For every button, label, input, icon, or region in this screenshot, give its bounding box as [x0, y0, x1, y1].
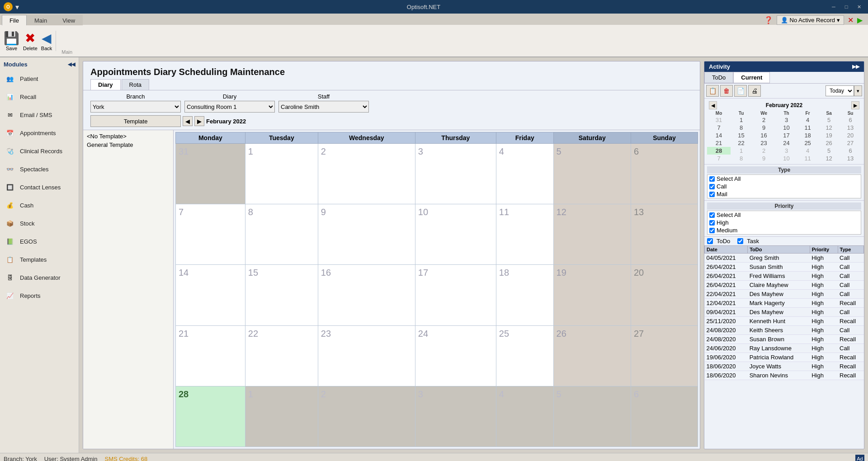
type-mail-checkbox[interactable]	[709, 192, 715, 197]
activity-print-btn[interactable]: 🖨	[748, 85, 761, 97]
sidebar-item-patient[interactable]: 👥 Patient	[0, 70, 79, 88]
no-active-record-button[interactable]: 👤 No Active Record ▾	[777, 15, 844, 25]
mini-cell[interactable]: 11	[797, 155, 818, 162]
cal-cell-w4d2[interactable]: 22	[245, 325, 318, 386]
cal-cell-w5d4[interactable]: 3	[415, 386, 496, 447]
sidebar-item-data-generator[interactable]: 🗄 Data Generator	[0, 268, 79, 287]
mini-cell[interactable]: 3	[776, 116, 797, 124]
cal-cell-w2d7[interactable]: 13	[631, 204, 698, 265]
mini-cell[interactable]: 9	[752, 155, 776, 162]
cal-cell-w4d7[interactable]: 27	[631, 325, 698, 386]
diary-dropdown[interactable]: Consulting Room 1	[184, 101, 275, 113]
mini-cell[interactable]: 6	[840, 116, 861, 124]
branch-dropdown[interactable]: York	[90, 101, 181, 113]
maximize-button[interactable]: □	[841, 3, 852, 11]
cal-cell-w2d5[interactable]: 11	[496, 204, 553, 265]
type-filter-call[interactable]: Call	[708, 183, 861, 190]
ribbon-tab-view[interactable]: View	[55, 15, 83, 25]
next-month-button[interactable]: ▶	[194, 116, 204, 126]
mini-cell[interactable]: 11	[797, 124, 818, 132]
mini-cell[interactable]: 20	[840, 132, 861, 139]
priority-medium-checkbox[interactable]	[709, 228, 715, 233]
mini-cell[interactable]: 7	[707, 155, 731, 162]
cal-cell-w5d5[interactable]: 4	[496, 386, 553, 447]
mini-cell[interactable]: 23	[752, 139, 776, 147]
type-select-all-checkbox[interactable]	[709, 176, 715, 182]
mini-cell[interactable]: 22	[731, 139, 752, 147]
cal-cell-w3d6[interactable]: 19	[553, 265, 631, 325]
cal-cell-w5d3[interactable]: 2	[318, 386, 415, 447]
table-row[interactable]: 26/04/2021Fred WilliamsHighCall	[705, 272, 864, 281]
sidebar-item-cash[interactable]: 💰 Cash	[0, 196, 79, 214]
mini-cell[interactable]: 19	[818, 132, 840, 139]
mini-cell[interactable]: 5	[818, 147, 840, 155]
mini-cell[interactable]: 18	[797, 132, 818, 139]
activity-clipboard-btn[interactable]: 📋	[706, 85, 719, 97]
cal-cell-w5d1-today[interactable]: 28	[176, 386, 245, 447]
cal-cell-w4d1[interactable]: 21	[176, 325, 245, 386]
cal-cell-w2d2[interactable]: 8	[245, 204, 318, 265]
today-dropdown[interactable]: Today	[826, 85, 854, 96]
mini-cell[interactable]: 26	[818, 139, 840, 147]
cal-cell-w2d1[interactable]: 7	[176, 204, 245, 265]
mini-cell[interactable]: 14	[707, 132, 731, 139]
table-row[interactable]: 04/05/2021Greg SmithHighCall	[705, 254, 864, 263]
cal-cell-w3d7[interactable]: 20	[631, 265, 698, 325]
mini-cell[interactable]: 10	[776, 124, 797, 132]
sidebar-item-clinical-records[interactable]: 🩺 Clinical Records	[0, 142, 79, 160]
type-filter-select-all[interactable]: Select All	[708, 175, 861, 183]
mini-cell[interactable]: 4	[797, 147, 818, 155]
sidebar-item-spectacles[interactable]: 👓 Spectacles	[0, 160, 79, 178]
cal-cell-w2d6[interactable]: 12	[553, 204, 631, 265]
table-row[interactable]: 24/08/2020Keith SheersHighCall	[705, 326, 864, 335]
sidebar-item-egos[interactable]: 📗 EGOS	[0, 232, 79, 250]
template-item-general[interactable]: General Template	[85, 141, 171, 149]
cal-cell-w5d7[interactable]: 6	[631, 386, 698, 447]
priority-filter-select-all[interactable]: Select All	[708, 211, 861, 219]
activity-tab-todo[interactable]: ToDo	[704, 72, 733, 83]
mini-cell[interactable]: 12	[818, 155, 840, 162]
mini-cell[interactable]: 16	[752, 132, 776, 139]
table-row[interactable]: 24/08/2020Susan BrownHighRecall	[705, 335, 864, 344]
sidebar-item-recall[interactable]: 📊 Recall	[0, 88, 79, 106]
cal-cell-w3d3[interactable]: 16	[318, 265, 415, 325]
ribbon-back-btn[interactable]: ◀ Back	[41, 31, 52, 51]
table-row[interactable]: 18/06/2020Sharon NevinsHighRecall	[705, 371, 864, 380]
mini-cell[interactable]: 2	[752, 147, 776, 155]
mini-cell-today[interactable]: 28	[707, 147, 731, 155]
sidebar-collapse-btn[interactable]: ◀◀	[68, 61, 75, 67]
sidebar-item-appointments[interactable]: 📅 Appointments	[0, 124, 79, 142]
cal-cell-w4d6[interactable]: 26	[553, 325, 631, 386]
type-filter-mail[interactable]: Mail	[708, 190, 861, 198]
activity-expand-btn[interactable]: ▶▶	[852, 64, 859, 70]
priority-filter-high[interactable]: High	[708, 219, 861, 226]
table-row[interactable]: 24/06/2020Ray LansdowneHighCall	[705, 344, 864, 353]
mini-cell[interactable]: 25	[797, 139, 818, 147]
sidebar-item-email-sms[interactable]: ✉ Email / SMS	[0, 106, 79, 124]
mini-cell[interactable]: 31	[707, 116, 731, 124]
arrow-green-icon[interactable]: ▶	[857, 16, 863, 24]
cal-cell-w4d5[interactable]: 25	[496, 325, 553, 386]
task-checkbox[interactable]	[737, 238, 743, 244]
cal-cell-w1d1[interactable]: 31	[176, 144, 245, 204]
help-icon[interactable]: ❓	[764, 16, 773, 24]
cal-cell-w1d2[interactable]: 1	[245, 144, 318, 204]
cal-cell-w3d4[interactable]: 17	[415, 265, 496, 325]
mini-cell[interactable]: 17	[776, 132, 797, 139]
mini-cell[interactable]: 13	[840, 124, 861, 132]
minimize-button[interactable]: ─	[828, 3, 839, 11]
cal-cell-w3d5[interactable]: 18	[496, 265, 553, 325]
mini-cell[interactable]: 21	[707, 139, 731, 147]
mini-cell[interactable]: 5	[818, 116, 840, 124]
ribbon-tab-file[interactable]: File	[2, 15, 27, 25]
tab-diary[interactable]: Diary	[90, 79, 121, 90]
cal-cell-w1d4[interactable]: 3	[415, 144, 496, 204]
mini-cell[interactable]: 24	[776, 139, 797, 147]
table-row[interactable]: 22/04/2021Des MayhewHighCall	[705, 290, 864, 299]
template-item-none[interactable]: <No Template>	[85, 132, 171, 141]
sidebar-item-contact-lenses[interactable]: 🔲 Contact Lenses	[0, 178, 79, 196]
type-call-checkbox[interactable]	[709, 184, 715, 189]
mini-cell[interactable]: 8	[731, 124, 752, 132]
table-row[interactable]: 09/04/2021Des MayhewHighCall	[705, 308, 864, 317]
tab-rota[interactable]: Rota	[122, 79, 149, 90]
